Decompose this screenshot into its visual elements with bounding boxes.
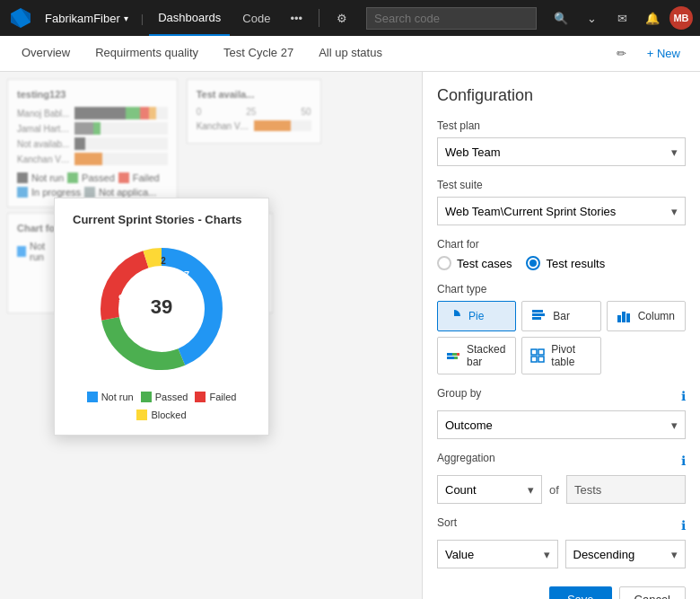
test-plan-label: Test plan [437, 119, 686, 132]
nav-divider [319, 9, 319, 27]
donut-chart-title: Current Sprint Stories - Charts [73, 213, 250, 226]
chart-type-column[interactable]: Column [607, 301, 686, 331]
test-available-title: Test availa... [197, 89, 311, 100]
bar-seg [140, 107, 149, 119]
test-available-chart: Test availa... 0 25 50 Kanchan Ver... [187, 79, 321, 144]
stacked-bar-icon [445, 347, 461, 365]
nav-tab-code[interactable]: Code [233, 0, 279, 36]
settings-icon[interactable]: ⚙ [328, 4, 355, 31]
edit-icon[interactable]: ✏ [609, 41, 634, 66]
bar-row-2: Jamal Hartn... [17, 122, 168, 135]
bar-track [74, 153, 168, 165]
test-plan-select-wrapper[interactable]: Web Team ▾ [437, 137, 686, 166]
bar-track [74, 107, 168, 119]
svg-rect-15 [532, 310, 543, 313]
passed-dot [141, 392, 152, 402]
bar-seg [74, 137, 85, 150]
bell-icon[interactable]: 🔔 [639, 4, 666, 31]
test-suite-select[interactable]: Web Team\Current Sprint Stories [438, 198, 685, 225]
svg-rect-14 [532, 317, 541, 320]
test-suite-label: Test suite [437, 179, 686, 191]
search-icon[interactable]: 🔍 [547, 4, 574, 31]
bar-seg [74, 122, 93, 135]
tab-test-cycle[interactable]: Test Cycle 27 [213, 36, 304, 72]
group-by-select[interactable]: Outcome [438, 411, 685, 438]
mail-icon[interactable]: ✉ [608, 4, 635, 31]
svg-rect-27 [538, 357, 544, 362]
brand-name[interactable]: FabrikamFiber ▾ [38, 8, 136, 29]
main-content: testing123 Manoj Babl... Jamal Hartn... [0, 72, 700, 599]
avatar[interactable]: MB [669, 6, 693, 30]
bar-seg [254, 120, 292, 131]
aggregation-select-wrapper[interactable]: Count ▾ [437, 475, 542, 504]
radio-test-cases[interactable]: Test cases [437, 256, 512, 270]
aggregation-header: Aggregation ℹ [437, 452, 686, 470]
row-label: Not availab... [17, 139, 71, 149]
cancel-button[interactable]: Cancel [619, 586, 686, 599]
legend-not-run: Not run [17, 172, 64, 183]
row-label: Kanchan Ver... [17, 154, 71, 164]
aggregation-row: Count ▾ of Tests [437, 475, 686, 504]
sort-order-select[interactable]: Descending [566, 541, 686, 568]
test-plan-section: Test plan Web Team ▾ [437, 119, 686, 166]
svg-rect-25 [538, 349, 544, 355]
legend-passed: Passed [141, 392, 188, 402]
charts-panel: testing123 Manoj Babl... Jamal Hartn... [0, 72, 422, 599]
chart-type-section: Chart type Pie [437, 283, 686, 374]
sub-navigation: Overview Requirments quality Test Cycle … [0, 36, 700, 72]
chart-legend: Not run Passed Failed In progress [17, 172, 168, 198]
legend-dot [118, 172, 129, 183]
test-plan-select[interactable]: Web Team [438, 138, 685, 165]
chart-for-radio-group: Test cases Test results [437, 256, 686, 270]
nav-tab-more[interactable]: ••• [283, 8, 310, 29]
legend-failed: Failed [118, 172, 160, 183]
chart-type-stacked-bar[interactable]: Stacked bar [437, 337, 516, 374]
chevron-icon[interactable]: ⌄ [578, 4, 605, 31]
sort-label: Sort [437, 516, 457, 529]
nav-action-icons: 🔍 ⌄ ✉ 🔔 MB [547, 4, 693, 31]
chart-type-bar[interactable]: Bar [521, 301, 600, 331]
tab-requirements-quality[interactable]: Requirments quality [84, 36, 209, 72]
svg-rect-21 [457, 353, 459, 356]
legend-dot [17, 187, 28, 198]
aggregation-label: Aggregation [437, 452, 495, 464]
chart-for-section: Chart for Test cases Test results [437, 238, 686, 270]
pie-icon [445, 307, 463, 325]
save-button[interactable]: Save [549, 586, 612, 599]
group-by-select-wrapper[interactable]: Outcome ▾ [437, 410, 686, 439]
bar-icon [529, 307, 547, 325]
bar-track [74, 137, 168, 150]
group-by-info-icon[interactable]: ℹ [681, 389, 686, 403]
aggregation-tests-value: Tests [566, 475, 686, 504]
legend-dot [84, 187, 95, 198]
radio-circle [437, 256, 451, 270]
legend-dot [17, 172, 28, 183]
sort-order-select-wrapper[interactable]: Descending ▾ [565, 540, 687, 568]
radio-test-results[interactable]: Test results [526, 256, 605, 270]
app-logo[interactable] [7, 4, 34, 31]
config-footer: Save Cancel [437, 586, 686, 599]
svg-rect-24 [531, 349, 537, 355]
donut-center-value: 39 [151, 295, 172, 318]
sort-value-select[interactable]: Value [438, 541, 557, 568]
svg-rect-23 [454, 357, 458, 359]
chart-type-pie[interactable]: Pie [437, 301, 516, 331]
search-input[interactable] [366, 7, 537, 30]
svg-rect-26 [531, 357, 537, 362]
aggregation-info-icon[interactable]: ℹ [681, 454, 686, 468]
test-suite-select-wrapper[interactable]: Web Team\Current Sprint Stories ▾ [437, 197, 686, 225]
chart-type-pivot-table[interactable]: Pivot table [521, 337, 600, 374]
tab-overview[interactable]: Overview [11, 36, 81, 72]
group-by-label: Group by [437, 387, 481, 400]
new-button[interactable]: + New [638, 43, 689, 64]
group-by-header: Group by ℹ [437, 387, 686, 405]
tab-all-up-status[interactable]: All up status [308, 36, 393, 72]
aggregation-select[interactable]: Count [438, 476, 541, 503]
legend-dot [17, 246, 26, 257]
sort-value-select-wrapper[interactable]: Value ▾ [437, 540, 558, 568]
sort-header: Sort ℹ [437, 516, 686, 534]
sort-section: Sort ℹ Value ▾ Descending ▾ [437, 516, 686, 568]
svg-rect-13 [532, 313, 545, 316]
sort-info-icon[interactable]: ℹ [681, 518, 686, 533]
nav-tab-dashboards[interactable]: Dashboards [149, 0, 230, 36]
